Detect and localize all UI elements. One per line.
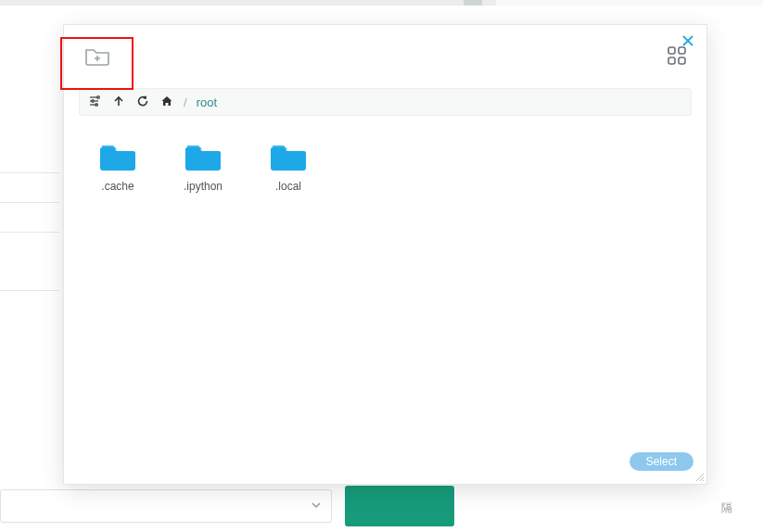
file-picker-modal: / root .cache.ipython.local Select [63,24,707,485]
filter-icon [88,95,101,110]
path-bar: / root [79,88,692,116]
new-folder-button[interactable] [77,36,118,77]
folder-item[interactable]: .local [262,142,314,193]
reload-button[interactable] [135,95,150,109]
path-current[interactable]: root [197,95,217,109]
resize-grip-icon [693,471,705,485]
folder-label: .cache [101,180,134,193]
svg-rect-4 [668,57,675,64]
path-separator: / [184,95,187,109]
file-area: .cache.ipython.local [64,121,706,447]
folder-item[interactable]: .ipython [177,142,229,193]
svg-line-15 [696,474,704,481]
reload-icon [136,95,149,110]
select-button[interactable]: Select [629,452,693,471]
home-icon [160,95,173,110]
arrow-up-icon [112,95,125,110]
modal-toolbar [64,25,706,88]
svg-rect-2 [668,47,675,54]
resize-handle[interactable] [693,471,705,482]
folder-icon [270,142,307,174]
svg-rect-5 [679,57,685,64]
close-icon [681,34,694,50]
bg-dropdown [0,489,332,523]
filter-button[interactable] [87,95,102,109]
close-button[interactable] [677,31,699,53]
new-folder-icon [84,44,110,70]
folder-icon [184,142,222,174]
folder-item[interactable]: .cache [92,142,144,193]
bg-green-button [345,486,454,526]
chevron-down-icon [311,500,322,513]
svg-line-17 [703,480,704,481]
folder-label: .ipython [184,180,223,193]
modal-footer: Select [64,447,706,484]
folder-icon [99,142,136,174]
home-button[interactable] [159,95,174,109]
bg-right-text: 隔 [721,500,763,519]
folder-label: .local [275,180,301,193]
up-button[interactable] [111,95,126,109]
